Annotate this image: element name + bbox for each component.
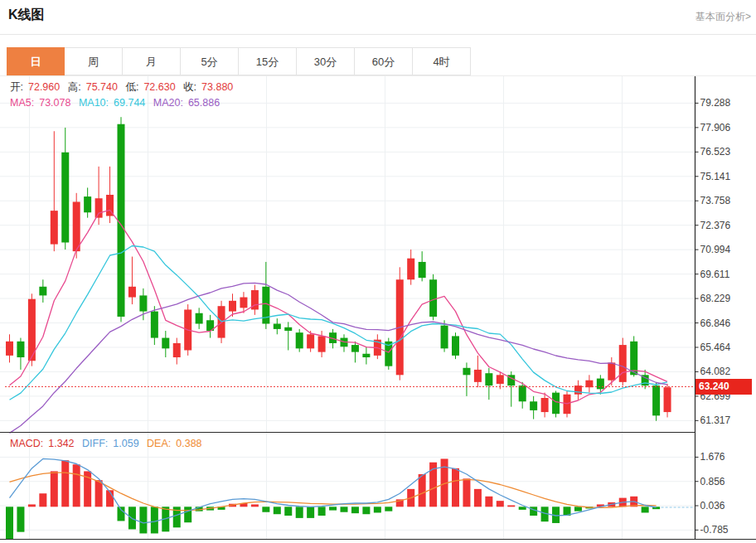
header-divider: [0, 34, 756, 35]
macd-label: MACD:: [10, 438, 43, 449]
tab-day[interactable]: 日: [7, 47, 65, 75]
dea-label: DEA:: [147, 438, 171, 449]
low-value: 72.630: [143, 81, 175, 93]
svg-text:0.036: 0.036: [700, 500, 725, 511]
candlestick-chart[interactable]: 79.28877.90676.52375.14173.75872.37670.9…: [0, 76, 756, 543]
ma10-label: MA10:: [79, 97, 109, 109]
page-title: K线图: [8, 7, 45, 24]
tab-15min[interactable]: 15分: [239, 47, 297, 75]
tab-4hour[interactable]: 4时: [413, 47, 471, 75]
ohlc-readout: 开:72.960 高:75.740 低:72.630 收:73.880: [10, 80, 238, 95]
low-label: 低:: [125, 81, 138, 93]
tab-30min[interactable]: 30分: [297, 47, 355, 75]
ma20-value: 65.886: [188, 97, 220, 109]
macd-readout: MACD:1.342 DIFF:1.059 DEA:0.388: [10, 438, 207, 449]
diff-value: 1.059: [113, 438, 138, 449]
svg-text:73.758: 73.758: [700, 195, 731, 206]
fundamental-analysis-link[interactable]: 基本面分析>: [695, 10, 751, 24]
tab-5min[interactable]: 5分: [181, 47, 239, 75]
macd-value: 1.342: [48, 438, 74, 449]
svg-text:65.464: 65.464: [700, 342, 731, 353]
ma10-value: 69.744: [114, 97, 145, 109]
kline-page: K线图 基本面分析> 日 周 月 5分 15分 30分 60分 4时 79.28…: [0, 0, 756, 543]
svg-text:77.906: 77.906: [700, 122, 731, 133]
ma20-label: MA20:: [153, 97, 183, 109]
ma5-value: 73.078: [39, 97, 70, 109]
ma5-label: MA5:: [10, 97, 34, 109]
diff-label: DIFF:: [82, 438, 108, 449]
high-label: 高:: [68, 81, 81, 93]
high-value: 75.740: [86, 81, 118, 93]
open-value: 72.960: [28, 81, 60, 93]
svg-text:68.229: 68.229: [700, 293, 731, 304]
tab-month[interactable]: 月: [123, 47, 181, 75]
tab-week[interactable]: 周: [65, 47, 123, 75]
open-label: 开:: [10, 81, 23, 93]
svg-text:70.994: 70.994: [700, 244, 731, 255]
svg-text:75.141: 75.141: [700, 171, 731, 182]
svg-text:69.611: 69.611: [700, 269, 730, 280]
ma-readout: MA5:73.078 MA10:69.744 MA20:65.886: [10, 97, 225, 109]
dea-value: 0.388: [176, 438, 201, 449]
svg-text:79.288: 79.288: [700, 97, 731, 109]
last-price-badge: 63.240: [695, 379, 752, 395]
svg-text:61.317: 61.317: [700, 415, 731, 426]
tab-60min[interactable]: 60分: [355, 47, 413, 75]
svg-text:-0.785: -0.785: [700, 524, 729, 536]
svg-text:1.676: 1.676: [700, 451, 725, 463]
svg-text:64.082: 64.082: [700, 366, 731, 377]
close-label: 收:: [183, 81, 196, 93]
close-value: 73.880: [201, 81, 233, 93]
svg-text:66.846: 66.846: [700, 318, 731, 329]
svg-text:0.856: 0.856: [700, 476, 725, 487]
svg-text:72.376: 72.376: [700, 220, 731, 231]
svg-text:76.523: 76.523: [700, 146, 731, 158]
interval-tabs: 日 周 月 5分 15分 30分 60分 4时: [7, 47, 471, 75]
